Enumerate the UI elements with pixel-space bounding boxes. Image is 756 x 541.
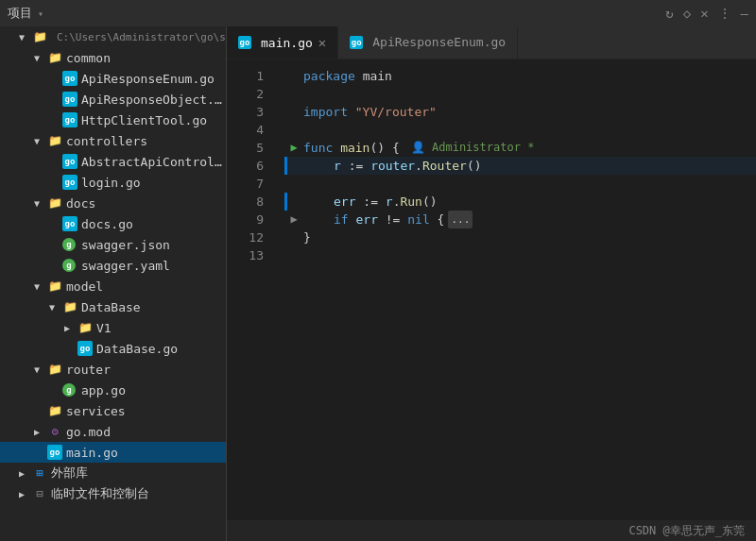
tree-label: ApiResponseEnum.go — [81, 72, 215, 86]
tree-label: swagger.json — [81, 238, 170, 252]
refresh-icon[interactable]: ↻ — [665, 6, 673, 21]
bottom-bar: CSDN @幸思无声_东莞 — [227, 520, 756, 541]
tree-label: DataBase.go — [96, 342, 178, 356]
tree-item-temp[interactable]: ▶ ⊟ 临时文件和控制台 — [0, 483, 226, 504]
keyword: func — [303, 139, 333, 157]
code-editor[interactable]: package main import "YV/router" — [269, 59, 756, 520]
credit-label: CSDN @幸思无声_东莞 — [628, 523, 745, 539]
punctuation: () — [467, 157, 482, 175]
title-bar: 项目 ▾ ↻ ◇ ✕ ⋮ — — [0, 0, 756, 26]
tree-item-model[interactable]: ▼ 📁 model — [0, 276, 226, 296]
active-line-indicator — [284, 157, 287, 175]
db-icon: ⊞ — [32, 465, 47, 481]
code-line-8: err := r . Run () — [284, 193, 756, 211]
package-ref: router — [370, 157, 415, 175]
tree-label: app.go — [81, 383, 126, 397]
minimize-icon[interactable]: — — [741, 6, 748, 21]
keyword: package — [303, 67, 355, 85]
go-green-icon: g — [62, 259, 76, 272]
more-icon[interactable]: ⋮ — [718, 6, 731, 21]
expand-arrow: ▼ — [34, 53, 47, 63]
tree-item-yc[interactable]: ▼ 📁 YC C:\Users\Administrator\go\src\YC — [0, 26, 226, 47]
tab-bar: go main.go ✕ go ApiResponseEnum.go — [227, 26, 756, 59]
tree-label: go.mod — [66, 425, 111, 439]
variable: r — [386, 193, 393, 211]
tree-item-apiresponseobject[interactable]: go ApiResponseObject.go — [0, 89, 226, 110]
tree-item-docs-go[interactable]: go docs.go — [0, 213, 226, 234]
tree-item-external[interactable]: ▶ ⊞ 外部库 — [0, 463, 226, 483]
tree-item-v1[interactable]: ▶ 📁 V1 — [0, 317, 226, 338]
tree-item-apiresponseenum[interactable]: go ApiResponseEnum.go — [0, 68, 226, 89]
tree-item-main-go[interactable]: go main.go — [0, 442, 226, 463]
main-layout: ▼ 📁 YC C:\Users\Administrator\go\src\YC … — [0, 26, 756, 541]
tree-label: login.go — [81, 176, 141, 190]
expand-arrow: ▶ — [19, 468, 32, 479]
editor-area: go main.go ✕ go ApiResponseEnum.go 1 2 3… — [227, 26, 756, 541]
go-file-icon: go — [350, 36, 363, 49]
go-file-icon: go — [77, 341, 93, 356]
branch-icon[interactable]: ◇ — [683, 6, 691, 21]
tree-item-database[interactable]: ▼ 📁 DataBase — [0, 296, 226, 317]
collapsed-block[interactable]: ... — [448, 211, 472, 228]
tree-item-controllers[interactable]: ▼ 📁 controllers — [0, 130, 226, 151]
close-icon[interactable]: ✕ — [700, 6, 708, 21]
tree-label: 临时文件和控制台 — [51, 485, 149, 502]
tree-item-common[interactable]: ▼ 📁 common — [0, 47, 226, 68]
title-bar-left: 项目 ▾ — [8, 5, 43, 22]
keyword: if — [334, 211, 349, 228]
folder-icon: 📁 — [47, 279, 62, 294]
expand-arrow: ▼ — [19, 32, 32, 42]
go-file-icon: go — [62, 71, 77, 86]
tree-label: HttpClientTool.go — [81, 113, 207, 127]
line-numbers: 1 2 3 4 5 6 7 8 9 12 13 — [227, 59, 269, 520]
tree-item-docs[interactable]: ▼ 📁 docs — [0, 193, 226, 213]
variable: err — [334, 193, 355, 211]
chevron-down-icon: ▾ — [38, 8, 43, 19]
go-green-icon: g — [62, 238, 76, 251]
close-tab-icon[interactable]: ✕ — [318, 36, 326, 49]
function: Router — [422, 157, 467, 175]
tree-item-go-mod[interactable]: ▶ ⚙ go.mod — [0, 421, 226, 442]
expand-arrow: ▼ — [34, 281, 47, 292]
title-label[interactable]: 项目 — [8, 5, 32, 22]
run-icon[interactable]: ▶ — [290, 139, 297, 157]
tree-item-router[interactable]: ▼ 📁 router — [0, 359, 226, 380]
file-tree[interactable]: ▼ 📁 YC C:\Users\Administrator\go\src\YC … — [0, 26, 227, 541]
code-area[interactable]: 1 2 3 4 5 6 7 8 9 12 13 package main — [227, 59, 756, 520]
tree-item-httpclienttool[interactable]: go HttpClientTool.go — [0, 110, 226, 130]
tree-label: AbstractApiController.go — [81, 155, 226, 169]
folder-icon: 📁 — [47, 362, 62, 377]
tree-label: docs — [66, 196, 95, 211]
tree-item-database-go[interactable]: go DataBase.go — [0, 338, 226, 359]
console-icon: ⊟ — [32, 486, 47, 501]
nil-keyword: nil — [407, 211, 429, 228]
tree-item-login[interactable]: go login.go — [0, 172, 226, 193]
expand-arrow: ▼ — [34, 364, 47, 375]
code-line-2 — [284, 85, 756, 103]
string: "YV/router" — [355, 103, 437, 121]
tree-label: swagger.yaml — [81, 259, 170, 273]
function: Run — [400, 193, 421, 211]
variable: err — [355, 211, 377, 228]
go-file-icon: go — [62, 175, 77, 190]
keyword: import — [303, 103, 348, 121]
code-text: main — [363, 67, 392, 85]
expand-arrow: ▼ — [34, 136, 47, 146]
go-green-file-icon: g — [62, 383, 76, 397]
tree-label: model — [66, 279, 103, 294]
tab-main-go[interactable]: go main.go ✕ — [227, 26, 338, 59]
folder-icon: 📁 — [47, 133, 62, 148]
expand-arrow: ▶ — [64, 323, 77, 333]
tree-item-services[interactable]: 📁 services — [0, 400, 226, 421]
folder-icon: 📁 — [62, 299, 77, 314]
tree-item-swagger-yaml[interactable]: g swagger.yaml — [0, 255, 226, 276]
tree-item-swagger-json[interactable]: g swagger.json — [0, 234, 226, 255]
chevron-right-icon: ▶ — [290, 211, 297, 228]
tree-item-abstractapicontroller[interactable]: go AbstractApiController.go — [0, 151, 226, 172]
tree-label: services — [66, 404, 126, 418]
tree-item-app-go[interactable]: g app.go — [0, 380, 226, 400]
tab-apiresponseenum[interactable]: go ApiResponseEnum.go — [338, 26, 518, 59]
gutter-9: ▶ — [284, 211, 303, 228]
code-line-13 — [284, 246, 756, 264]
go-file-icon: go — [47, 445, 62, 460]
